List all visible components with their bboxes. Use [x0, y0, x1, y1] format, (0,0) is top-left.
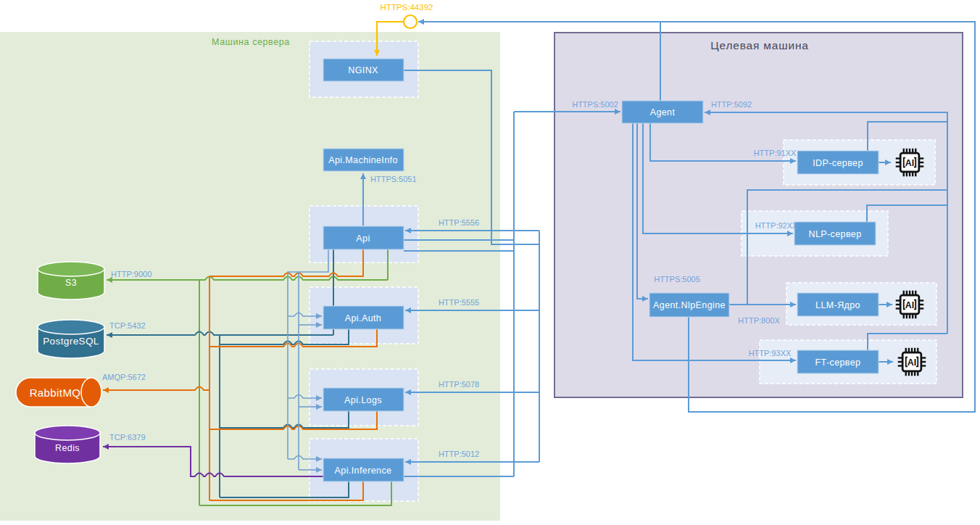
- node-agent-nlp-engine-label: Agent.NlpEngine: [653, 300, 726, 310]
- node-api-logs-label: Api.Logs: [344, 395, 382, 405]
- node-api-machine-info[interactable]: Api.MachineInfo: [323, 149, 404, 171]
- port-label-http-5092: HTTP:5092: [711, 100, 752, 109]
- node-nginx-label: NGINX: [348, 65, 378, 75]
- node-nginx[interactable]: NGINX: [323, 59, 404, 81]
- node-api-logs[interactable]: Api.Logs: [323, 388, 404, 411]
- node-redis[interactable]: Redis: [35, 426, 100, 463]
- port-label-http-9000: HTTP:9000: [111, 270, 151, 278]
- node-api-machine-info-label: Api.MachineInfo: [328, 155, 398, 165]
- port-label-https-5002: HTTPS:5002: [572, 100, 618, 109]
- node-agent-nlp-engine[interactable]: Agent.NlpEngine: [649, 293, 729, 317]
- node-nlp-server-label: NLP-сервер: [808, 229, 861, 239]
- node-nlp-server[interactable]: NLP-сервер: [794, 222, 876, 245]
- node-s3[interactable]: S3: [38, 262, 104, 299]
- node-api-inference-label: Api.Inference: [335, 466, 392, 476]
- node-rabbitmq-label: RabbitMQ: [30, 386, 81, 399]
- port-label-https-5005: HTTPS:5005: [654, 275, 700, 284]
- node-api-label: Api: [356, 233, 370, 244]
- node-api-auth-label: Api.Auth: [345, 313, 381, 323]
- link-ring-connector: [404, 15, 417, 28]
- node-llm-core[interactable]: LLM-Ядро: [797, 293, 879, 316]
- port-label-http-91xx: HTTP:91XX: [754, 149, 797, 157]
- node-api[interactable]: Api: [323, 226, 404, 249]
- node-redis-label: Redis: [55, 443, 80, 453]
- node-agent-label: Agent: [650, 107, 676, 117]
- port-label-http-92xx: HTTP:92XX: [755, 221, 798, 230]
- port-label-amqp-5672: AMQP:5672: [102, 373, 146, 381]
- region-target-machine-label: Целевая машина: [710, 39, 808, 51]
- node-llm-core-label: LLM-Ядро: [815, 300, 860, 310]
- node-idp-server[interactable]: IDP-сервер: [797, 151, 879, 174]
- node-postgresql[interactable]: PostgreSQL: [38, 320, 104, 358]
- port-label-https-5051: HTTPS:5051: [370, 175, 417, 183]
- port-label-http-800x: HTTP:800X: [738, 316, 780, 325]
- port-label-http-5555: HTTP:5555: [439, 298, 479, 307]
- port-label-http-5012: HTTP:5012: [439, 450, 479, 458]
- node-ft-server[interactable]: FT-сервер: [797, 350, 879, 373]
- port-label-http-5556: HTTP:5556: [439, 218, 479, 227]
- node-rabbitmq[interactable]: RabbitMQ: [16, 378, 101, 407]
- architecture-diagram: AI Машина сервера Целевая машина: [0, 0, 980, 525]
- node-ft-server-label: FT-сервер: [815, 357, 861, 368]
- node-s3-label: S3: [65, 278, 77, 288]
- port-label-tcp-5432: TCP:5432: [109, 321, 146, 330]
- port-label-tcp-6379: TCP:6379: [109, 433, 146, 442]
- node-postgresql-label: PostgreSQL: [43, 336, 99, 347]
- region-server-machine-label: Машина сервера: [212, 37, 290, 47]
- node-api-inference[interactable]: Api.Inference: [323, 458, 404, 481]
- port-label-https-44392: HTTPS:44392: [381, 3, 433, 12]
- node-api-auth[interactable]: Api.Auth: [323, 306, 404, 329]
- port-label-http-93xx: HTTP:93XX: [749, 349, 792, 357]
- port-label-http-5078: HTTP:5078: [439, 380, 479, 389]
- node-idp-server-label: IDP-сервер: [813, 158, 863, 168]
- node-agent[interactable]: Agent: [622, 101, 703, 123]
